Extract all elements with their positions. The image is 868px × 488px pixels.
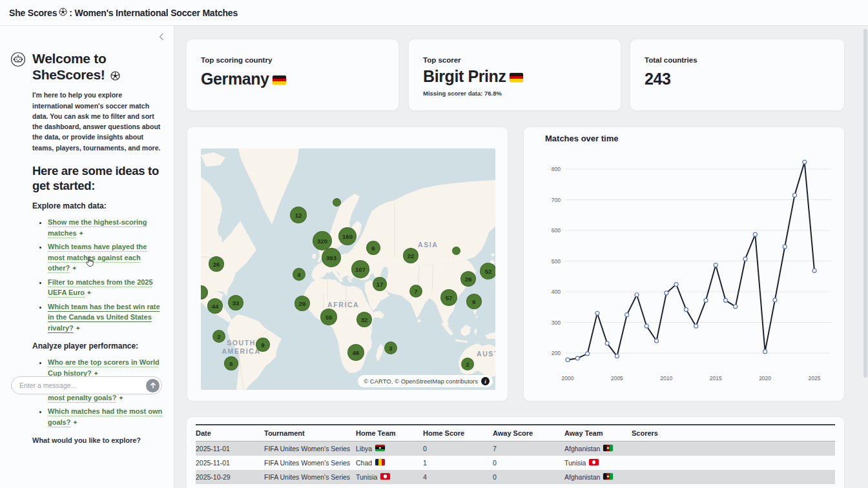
idea-link[interactable]: Which team has the best win rate in the …: [48, 303, 160, 332]
tournament-cell: FIFA Unites Women's Series: [264, 470, 356, 484]
idea-list-item: Show me the highest-scoring matches ✦: [48, 217, 163, 238]
map-cluster-marker[interactable]: 26: [460, 271, 476, 287]
chart-data-point: [734, 305, 738, 309]
team-cell: Chad: [356, 456, 423, 470]
scorers-cell: [632, 456, 835, 470]
map-cluster-marker[interactable]: 160: [338, 227, 356, 245]
stat-value: 243: [645, 70, 830, 88]
svg-text:2010: 2010: [660, 375, 672, 381]
idea-link[interactable]: Who are the top scorers in World Cup his…: [48, 358, 160, 377]
map-cluster-marker[interactable]: [452, 247, 460, 255]
scorers-cell: [632, 470, 835, 484]
page-scrollbar[interactable]: [863, 26, 867, 487]
chart-data-point: [694, 324, 698, 328]
stat-label: Top scoring country: [201, 56, 384, 64]
app-title-part2: : Women's International Soccer Matches: [69, 8, 238, 18]
map-cluster-marker[interactable]: 4: [293, 268, 305, 281]
matches-table-header: DateTournamentHome TeamHome ScoreAway Sc…: [196, 425, 835, 442]
map-cluster-marker[interactable]: 6: [366, 241, 380, 255]
column-header-tournament[interactable]: Tournament: [264, 425, 356, 442]
team-cell: Tunisia: [356, 470, 423, 484]
map-cluster-marker[interactable]: 44: [207, 298, 223, 314]
chart-data-point: [812, 269, 816, 272]
map-cluster-marker[interactable]: 22: [403, 248, 418, 263]
chart-data-point: [586, 352, 590, 356]
chart-data-point: [605, 341, 609, 345]
tournament-cell: FIFA Unites Women's Series: [264, 456, 356, 470]
sidebar-collapse-button[interactable]: [157, 32, 169, 44]
idea-list-item: Which matches had the most own goals? ✦: [48, 406, 163, 427]
map-cluster-marker[interactable]: 46: [347, 344, 364, 361]
flag-germany-icon: [510, 73, 523, 82]
map-cluster-marker[interactable]: 393: [322, 248, 341, 267]
date-cell: 2025-11-01: [196, 442, 264, 456]
svg-text:500: 500: [552, 258, 561, 265]
chart-data-point: [773, 298, 777, 302]
map-cluster-marker[interactable]: 2: [212, 330, 225, 343]
matches-over-time-card: Matches over time 2003004005006007008002…: [523, 127, 845, 402]
map-cluster-marker[interactable]: 33: [228, 295, 243, 310]
svg-text:2025: 2025: [809, 375, 821, 381]
svg-text:300: 300: [552, 320, 561, 326]
map-cluster-marker[interactable]: 6: [224, 356, 238, 371]
column-header-home-score[interactable]: Home Score: [423, 425, 493, 442]
idea-link[interactable]: Which teams have played the most matches…: [48, 243, 147, 272]
map-cluster-marker[interactable]: 7: [409, 285, 422, 298]
svg-text:700: 700: [552, 197, 561, 203]
flag-germany-icon: [273, 76, 286, 85]
chart-data-point: [655, 339, 659, 343]
info-icon[interactable]: i: [481, 377, 490, 385]
chart-data-point: [753, 232, 757, 236]
home-score-cell: 1: [423, 456, 493, 470]
idea-link[interactable]: Filter to matches from the 2025 UEFA Eur…: [48, 278, 153, 297]
map-cluster-marker[interactable]: 3: [384, 341, 397, 354]
map-cluster-marker[interactable]: 2: [461, 358, 474, 371]
sparkle-icon: ✦: [85, 289, 92, 296]
column-header-home-team[interactable]: Home Team: [356, 425, 423, 442]
stat-card-top-scoring-country: Top scoring country Germany: [186, 39, 399, 111]
map-cluster-marker[interactable]: 29: [294, 296, 310, 311]
map-cluster-marker[interactable]: 57: [440, 289, 457, 306]
map-cluster-marker[interactable]: 55: [320, 309, 337, 325]
world-map[interactable]: ASIAAFRICASOUTHAMERICAAUSTRALIA 12320160…: [201, 148, 495, 390]
soccer-ball-icon: [59, 8, 67, 18]
idea-section-label: Analyze player performance:: [32, 341, 163, 351]
map-cluster-marker[interactable]: [333, 198, 341, 207]
matches-table: DateTournamentHome TeamHome ScoreAway Sc…: [196, 424, 835, 484]
map-cluster-marker[interactable]: 52: [480, 263, 495, 280]
column-header-away-score[interactable]: Away Score: [493, 425, 564, 442]
chart-data-point: [792, 193, 796, 197]
idea-list-item: Which teams have played the most matches…: [48, 241, 163, 274]
svg-text:400: 400: [552, 289, 561, 295]
svg-text:2015: 2015: [710, 375, 722, 381]
flag-chad-icon: [375, 459, 385, 465]
page-scrollbar-thumb[interactable]: [863, 29, 867, 378]
stat-value: Birgit Prinz: [423, 67, 606, 86]
map-cluster-marker[interactable]: 32: [356, 312, 372, 327]
map-cluster-marker[interactable]: 107: [351, 260, 369, 278]
chat-message-input[interactable]: [12, 377, 141, 394]
assistant-robot-icon: [10, 52, 26, 70]
column-header-away-team[interactable]: Away Team: [564, 425, 632, 442]
sparkle-icon: ✦: [70, 419, 78, 426]
map-cluster-marker[interactable]: 17: [373, 277, 387, 291]
map-attribution-text[interactable]: © CARTO, © OpenStreetMap contributors: [364, 378, 478, 385]
column-header-scorers[interactable]: Scorers: [632, 425, 835, 442]
svg-text:800: 800: [552, 166, 561, 172]
date-cell: 2025-10-29: [196, 470, 264, 484]
flag-tunisia-icon: [589, 459, 599, 465]
column-header-date[interactable]: Date: [196, 425, 264, 442]
assistant-intro-text: I'm here to help you explore internation…: [32, 90, 163, 153]
idea-link[interactable]: Show me the highest-scoring matches: [48, 218, 147, 237]
chart-data-point: [743, 257, 747, 261]
flag-libya-icon: [375, 445, 385, 451]
away-score-cell: 7: [493, 442, 564, 456]
team-cell: Afghanistan: [564, 442, 632, 456]
idea-link[interactable]: Which matches had the most own goals?: [48, 407, 162, 426]
send-message-button[interactable]: [146, 379, 160, 392]
map-cluster-marker[interactable]: 12: [290, 207, 307, 223]
stat-card-total-countries: Total countries 243: [630, 39, 845, 111]
map-cluster-marker[interactable]: 9: [256, 338, 270, 352]
map-cluster-marker[interactable]: 6: [466, 294, 482, 309]
map-cluster-marker[interactable]: 26: [209, 256, 224, 272]
